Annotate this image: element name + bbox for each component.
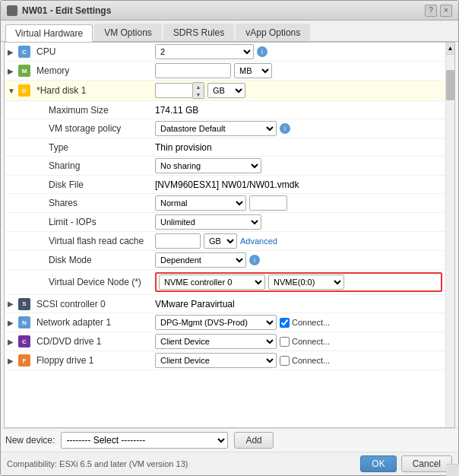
network-connect-wrapper: Connect...: [280, 318, 330, 328]
sharing-label: Sharing: [33, 160, 155, 171]
hard-disk-spin-down[interactable]: ▼: [193, 90, 204, 98]
memory-expand[interactable]: ▶: [8, 67, 18, 75]
sharing-select[interactable]: No sharing: [155, 158, 261, 173]
network-expand[interactable]: ▶: [8, 319, 18, 327]
flash-unit-select[interactable]: GB: [204, 233, 237, 249]
footer-bar: Compatibility: ESXi 6.5 and later (VM ve…: [1, 452, 458, 475]
scsi-label: SCSI controller 0: [33, 299, 155, 309]
floppy-connect-checkbox[interactable]: [280, 356, 290, 366]
floppy-label: Floppy drive 1: [33, 355, 155, 366]
memory-label: Memory: [33, 65, 155, 76]
window-title: NW01 - Edit Settings: [22, 5, 111, 16]
vertical-scrollbar[interactable]: ▲ ▼: [445, 43, 454, 427]
hard-disk-spin-buttons: ▲ ▼: [193, 82, 204, 99]
cpu-info-icon[interactable]: i: [257, 46, 267, 57]
scroll-thumb[interactable]: [446, 70, 454, 100]
floppy-row: ▶ F Floppy drive 1 Client Device Connect…: [5, 351, 445, 370]
limit-label: Limit - IOPs: [33, 217, 155, 227]
cpu-expand[interactable]: ▶: [8, 48, 18, 56]
type-text: Thin provision: [155, 142, 212, 153]
shares-row: Shares Normal Low High Custom 1.000: [5, 194, 445, 213]
hard-disk-spin-up[interactable]: ▲: [193, 83, 204, 90]
cancel-button[interactable]: Cancel: [401, 455, 452, 472]
tab-virtual-hardware[interactable]: Virtual Hardware: [5, 24, 93, 42]
window-icon: [7, 5, 17, 16]
max-size-text: 174.11 GB: [155, 105, 198, 116]
cdrom-expand[interactable]: ▶: [8, 338, 18, 346]
close-button[interactable]: ×: [440, 5, 452, 17]
memory-unit-select[interactable]: MB GB: [234, 63, 272, 78]
type-label: Type: [33, 142, 155, 153]
advanced-link[interactable]: Advanced: [240, 236, 277, 246]
ok-button[interactable]: OK: [360, 455, 396, 472]
limit-select[interactable]: Unlimited: [155, 214, 261, 230]
scroll-up-button[interactable]: ▲: [446, 43, 454, 55]
flash-cache-input[interactable]: 0: [155, 233, 201, 249]
tab-sdrs-rules[interactable]: SDRS Rules: [163, 24, 234, 41]
memory-row: ▶ M Memory 4096 MB GB: [5, 62, 445, 81]
cpu-label: CPU: [33, 46, 155, 57]
hard-disk-size-input[interactable]: 60: [155, 83, 193, 98]
disk-mode-info-icon[interactable]: i: [249, 255, 260, 265]
shares-select[interactable]: Normal Low High Custom: [155, 195, 246, 211]
scroll-area[interactable]: ▶ C CPU 2 i ▶ M Memory 40: [5, 43, 445, 427]
limit-value-area: Unlimited: [155, 214, 442, 230]
disk-file-value: [NVM960ESX1] NW01/NW01.vmdk: [155, 179, 442, 190]
floppy-value-area: Client Device Connect...: [155, 353, 442, 368]
hard-disk-icon: D: [18, 84, 30, 97]
content-area: ▶ C CPU 2 i ▶ M Memory 40: [4, 42, 455, 428]
hard-disk-unit-select[interactable]: GB MB: [207, 83, 245, 98]
memory-value-area: 4096 MB GB: [155, 63, 442, 78]
max-size-label: Maximum Size: [33, 105, 155, 116]
storage-policy-row: VM storage policy Datastore Default i: [5, 119, 445, 138]
disk-mode-value-area: Dependent Independent - Persistent Indep…: [155, 252, 442, 268]
footer-buttons: OK Cancel: [360, 455, 452, 472]
new-device-select[interactable]: -------- Select --------: [61, 432, 228, 449]
hard-disk-spinbox: 60 ▲ ▼: [155, 82, 204, 99]
flash-cache-value-area: 0 GB Advanced: [155, 233, 442, 249]
help-button[interactable]: ?: [425, 5, 437, 17]
tab-vapp-options[interactable]: vApp Options: [236, 24, 310, 41]
network-select[interactable]: DPG-Mgmt (DVS-Prod): [155, 315, 277, 330]
scsi-expand[interactable]: ▶: [8, 300, 18, 308]
new-device-label: New device:: [5, 435, 55, 446]
hard-disk-expand[interactable]: ▼: [8, 87, 18, 95]
shares-num-input[interactable]: 1.000: [249, 195, 287, 211]
network-connect-checkbox[interactable]: [280, 318, 290, 328]
network-row: ▶ N Network adapter 1 DPG-Mgmt (DVS-Prod…: [5, 313, 445, 332]
vdn-label: Virtual Device Node (*): [33, 277, 155, 287]
cpu-select[interactable]: 2: [155, 44, 254, 59]
sharing-row: Sharing No sharing: [5, 157, 445, 176]
shares-value-area: Normal Low High Custom 1.000: [155, 195, 442, 211]
title-bar-left: NW01 - Edit Settings: [7, 5, 111, 16]
disk-file-row: Disk File [NVM960ESX1] NW01/NW01.vmdk: [5, 176, 445, 194]
sharing-value-area: No sharing: [155, 158, 442, 173]
cdrom-label: CD/DVD drive 1: [33, 336, 155, 347]
floppy-expand[interactable]: ▶: [8, 357, 18, 365]
floppy-connect-wrapper: Connect...: [280, 356, 330, 366]
storage-policy-label: VM storage policy: [33, 123, 155, 134]
memory-icon: M: [18, 65, 30, 77]
storage-policy-select[interactable]: Datastore Default: [155, 121, 277, 136]
memory-input[interactable]: 4096: [155, 63, 231, 78]
network-value-area: DPG-Mgmt (DVS-Prod) Connect...: [155, 315, 442, 330]
vdn-controller-select[interactable]: NVME controller 0: [159, 274, 265, 290]
cdrom-row: ▶ C CD/DVD drive 1 Client Device Connect…: [5, 332, 445, 351]
vdn-node-select[interactable]: NVME(0:0): [268, 274, 344, 290]
floppy-select[interactable]: Client Device: [155, 353, 277, 368]
limit-row: Limit - IOPs Unlimited: [5, 213, 445, 232]
tab-vm-options[interactable]: VM Options: [94, 24, 162, 41]
storage-policy-info-icon[interactable]: i: [280, 123, 290, 134]
cpu-icon: C: [18, 46, 30, 58]
add-button[interactable]: Add: [234, 432, 273, 449]
disk-mode-label: Disk Mode: [33, 255, 155, 265]
disk-mode-select[interactable]: Dependent Independent - Persistent Indep…: [155, 252, 246, 268]
cdrom-connect-checkbox[interactable]: [280, 337, 290, 347]
network-connect-label: Connect...: [292, 318, 330, 327]
cdrom-select[interactable]: Client Device: [155, 334, 277, 349]
cpu-value-area: 2 i: [155, 44, 442, 59]
disk-file-text: [NVM960ESX1] NW01/NW01.vmdk: [155, 179, 299, 190]
max-size-row: Maximum Size 174.11 GB: [5, 101, 445, 119]
new-device-bar: New device: -------- Select -------- Add: [1, 428, 458, 452]
vdn-row: Virtual Device Node (*) NVME controller …: [5, 270, 445, 295]
